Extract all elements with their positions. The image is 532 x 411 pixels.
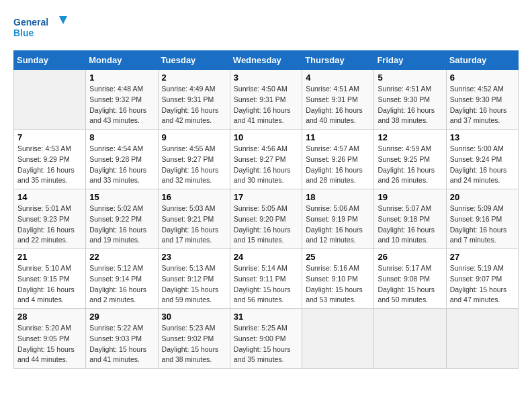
day-number: 10	[234, 132, 298, 142]
day-info: Sunrise: 5:03 AMSunset: 9:21 PMDaylight:…	[162, 203, 226, 246]
calendar-cell: 7Sunrise: 4:53 AMSunset: 9:29 PMDaylight…	[14, 130, 86, 189]
day-number: 24	[234, 252, 298, 262]
calendar-cell: 9Sunrise: 4:55 AMSunset: 9:27 PMDaylight…	[158, 130, 230, 189]
day-number: 13	[450, 132, 515, 142]
day-number: 12	[378, 132, 442, 142]
day-info: Sunrise: 5:20 AMSunset: 9:05 PMDaylight:…	[17, 323, 82, 365]
calendar-cell: 31Sunrise: 5:25 AMSunset: 9:00 PMDayligh…	[230, 309, 302, 369]
day-info: Sunrise: 5:23 AMSunset: 9:02 PMDaylight:…	[162, 323, 226, 365]
calendar-cell: 20Sunrise: 5:09 AMSunset: 9:16 PMDayligh…	[446, 189, 518, 249]
calendar-cell: 25Sunrise: 5:16 AMSunset: 9:10 PMDayligh…	[302, 249, 374, 309]
svg-marker-2	[59, 16, 67, 24]
day-number: 21	[17, 252, 82, 262]
calendar-cell: 18Sunrise: 5:06 AMSunset: 9:19 PMDayligh…	[302, 189, 374, 249]
day-header-thursday: Thursday	[302, 51, 374, 70]
day-info: Sunrise: 5:19 AMSunset: 9:07 PMDaylight:…	[450, 263, 515, 306]
week-row-5: 28Sunrise: 5:20 AMSunset: 9:05 PMDayligh…	[14, 309, 519, 369]
day-number: 14	[17, 192, 82, 202]
svg-text:Blue: Blue	[13, 28, 34, 38]
calendar-cell: 27Sunrise: 5:19 AMSunset: 9:07 PMDayligh…	[446, 249, 518, 309]
calendar-cell	[302, 309, 374, 369]
day-number: 31	[234, 312, 298, 322]
day-info: Sunrise: 5:17 AMSunset: 9:08 PMDaylight:…	[378, 263, 442, 306]
day-info: Sunrise: 4:50 AMSunset: 9:31 PMDaylight:…	[234, 84, 298, 126]
calendar-cell: 8Sunrise: 4:54 AMSunset: 9:28 PMDaylight…	[86, 130, 158, 189]
calendar-cell: 22Sunrise: 5:12 AMSunset: 9:14 PMDayligh…	[86, 249, 158, 309]
day-info: Sunrise: 5:12 AMSunset: 9:14 PMDaylight:…	[89, 263, 154, 306]
calendar-cell	[14, 70, 86, 130]
day-header-saturday: Saturday	[446, 51, 518, 70]
day-info: Sunrise: 5:07 AMSunset: 9:18 PMDaylight:…	[378, 203, 442, 246]
days-header-row: SundayMondayTuesdayWednesdayThursdayFrid…	[14, 51, 519, 70]
calendar-cell: 29Sunrise: 5:22 AMSunset: 9:03 PMDayligh…	[86, 309, 158, 369]
day-info: Sunrise: 4:59 AMSunset: 9:25 PMDaylight:…	[378, 144, 442, 186]
day-info: Sunrise: 5:25 AMSunset: 9:00 PMDaylight:…	[234, 323, 298, 365]
day-header-friday: Friday	[374, 51, 446, 70]
logo: General Blue	[13, 13, 67, 44]
calendar-cell	[374, 309, 446, 369]
calendar-cell: 30Sunrise: 5:23 AMSunset: 9:02 PMDayligh…	[158, 309, 230, 369]
day-info: Sunrise: 5:06 AMSunset: 9:19 PMDaylight:…	[306, 203, 370, 246]
calendar-cell: 16Sunrise: 5:03 AMSunset: 9:21 PMDayligh…	[158, 189, 230, 249]
day-info: Sunrise: 4:56 AMSunset: 9:27 PMDaylight:…	[234, 144, 298, 186]
day-number: 1	[89, 73, 154, 83]
calendar-cell: 24Sunrise: 5:14 AMSunset: 9:11 PMDayligh…	[230, 249, 302, 309]
week-row-4: 21Sunrise: 5:10 AMSunset: 9:15 PMDayligh…	[14, 249, 519, 309]
day-number: 22	[89, 252, 154, 262]
day-header-wednesday: Wednesday	[230, 51, 302, 70]
day-number: 30	[162, 312, 226, 322]
calendar-cell: 23Sunrise: 5:13 AMSunset: 9:12 PMDayligh…	[158, 249, 230, 309]
day-header-monday: Monday	[86, 51, 158, 70]
calendar-cell: 15Sunrise: 5:02 AMSunset: 9:22 PMDayligh…	[86, 189, 158, 249]
day-info: Sunrise: 4:54 AMSunset: 9:28 PMDaylight:…	[89, 144, 154, 186]
calendar-cell: 3Sunrise: 4:50 AMSunset: 9:31 PMDaylight…	[230, 70, 302, 130]
day-number: 28	[17, 312, 82, 322]
day-number: 8	[89, 132, 154, 142]
day-info: Sunrise: 5:09 AMSunset: 9:16 PMDaylight:…	[450, 203, 515, 246]
calendar-cell: 11Sunrise: 4:57 AMSunset: 9:26 PMDayligh…	[302, 130, 374, 189]
calendar-cell: 19Sunrise: 5:07 AMSunset: 9:18 PMDayligh…	[374, 189, 446, 249]
calendar-cell: 14Sunrise: 5:01 AMSunset: 9:23 PMDayligh…	[14, 189, 86, 249]
day-number: 18	[306, 192, 370, 202]
day-info: Sunrise: 4:53 AMSunset: 9:29 PMDaylight:…	[17, 144, 82, 186]
day-header-sunday: Sunday	[14, 51, 86, 70]
day-info: Sunrise: 5:16 AMSunset: 9:10 PMDaylight:…	[306, 263, 370, 306]
day-info: Sunrise: 5:10 AMSunset: 9:15 PMDaylight:…	[17, 263, 82, 306]
day-info: Sunrise: 5:02 AMSunset: 9:22 PMDaylight:…	[89, 203, 154, 246]
day-info: Sunrise: 5:13 AMSunset: 9:12 PMDaylight:…	[162, 263, 226, 306]
day-info: Sunrise: 4:57 AMSunset: 9:26 PMDaylight:…	[306, 144, 370, 186]
day-info: Sunrise: 4:48 AMSunset: 9:32 PMDaylight:…	[89, 84, 154, 126]
day-number: 3	[234, 73, 298, 83]
day-number: 11	[306, 132, 370, 142]
week-row-2: 7Sunrise: 4:53 AMSunset: 9:29 PMDaylight…	[14, 130, 519, 189]
day-number: 26	[378, 252, 442, 262]
calendar-cell	[446, 309, 518, 369]
day-number: 7	[17, 132, 82, 142]
calendar-cell: 28Sunrise: 5:20 AMSunset: 9:05 PMDayligh…	[14, 309, 86, 369]
calendar-cell: 1Sunrise: 4:48 AMSunset: 9:32 PMDaylight…	[86, 70, 158, 130]
calendar-cell: 5Sunrise: 4:51 AMSunset: 9:30 PMDaylight…	[374, 70, 446, 130]
week-row-1: 1Sunrise: 4:48 AMSunset: 9:32 PMDaylight…	[14, 70, 519, 130]
day-info: Sunrise: 4:51 AMSunset: 9:31 PMDaylight:…	[306, 84, 370, 126]
week-row-3: 14Sunrise: 5:01 AMSunset: 9:23 PMDayligh…	[14, 189, 519, 249]
day-number: 29	[89, 312, 154, 322]
day-info: Sunrise: 5:14 AMSunset: 9:11 PMDaylight:…	[234, 263, 298, 306]
day-number: 9	[162, 132, 226, 142]
page-header: General Blue	[13, 13, 519, 44]
day-number: 23	[162, 252, 226, 262]
day-info: Sunrise: 5:22 AMSunset: 9:03 PMDaylight:…	[89, 323, 154, 365]
day-number: 4	[306, 73, 370, 83]
calendar-cell: 6Sunrise: 4:52 AMSunset: 9:30 PMDaylight…	[446, 70, 518, 130]
calendar-cell: 10Sunrise: 4:56 AMSunset: 9:27 PMDayligh…	[230, 130, 302, 189]
day-number: 17	[234, 192, 298, 202]
day-info: Sunrise: 4:55 AMSunset: 9:27 PMDaylight:…	[162, 144, 226, 186]
day-number: 15	[89, 192, 154, 202]
svg-text:General: General	[13, 17, 48, 28]
calendar-cell: 2Sunrise: 4:49 AMSunset: 9:31 PMDaylight…	[158, 70, 230, 130]
day-info: Sunrise: 4:51 AMSunset: 9:30 PMDaylight:…	[378, 84, 442, 126]
day-header-tuesday: Tuesday	[158, 51, 230, 70]
calendar-cell: 12Sunrise: 4:59 AMSunset: 9:25 PMDayligh…	[374, 130, 446, 189]
day-number: 16	[162, 192, 226, 202]
calendar-cell: 21Sunrise: 5:10 AMSunset: 9:15 PMDayligh…	[14, 249, 86, 309]
calendar-cell: 26Sunrise: 5:17 AMSunset: 9:08 PMDayligh…	[374, 249, 446, 309]
